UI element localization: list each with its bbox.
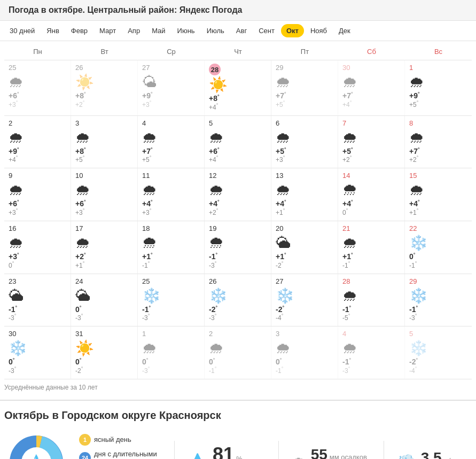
temp-high: +4° xyxy=(276,199,335,208)
day-cell-6[interactable]: 6🌧+5°+3° xyxy=(271,116,338,168)
day-cell-5[interactable]: 5❄️-2°-4° xyxy=(405,326,472,379)
day-cell-20[interactable]: 20🌥+1°-2° xyxy=(271,221,338,274)
day-cell-7[interactable]: 7🌧+5°+2° xyxy=(338,116,405,168)
day-cell-13[interactable]: 13🌧+4°+1° xyxy=(271,168,338,221)
weather-icon: ❄️ xyxy=(9,341,68,356)
wind-value: 3,5 xyxy=(421,449,442,459)
day-cell-23[interactable]: 23🌥-1°-3° xyxy=(4,274,71,326)
day-cell-28[interactable]: 28☀️+8°+4° xyxy=(205,60,271,115)
day-cell-14[interactable]: 14🌨+4°0° xyxy=(338,168,405,221)
day-number: 30 xyxy=(342,64,350,72)
nav-item-dec[interactable]: Дек xyxy=(333,24,356,37)
day-number: 27 xyxy=(276,277,283,285)
day-cell-15[interactable]: 15🌧+4°+1° xyxy=(405,168,472,221)
day-cell-26[interactable]: 26❄️-2°-3° xyxy=(205,274,271,326)
day-cell-11[interactable]: 11🌧+4°+3° xyxy=(138,168,205,221)
temp-high: -1° xyxy=(409,305,470,314)
temp-low: +2° xyxy=(75,100,135,108)
weekday-Сб: Сб xyxy=(338,45,405,58)
temp-low: +4° xyxy=(9,155,68,164)
temp-high: +7° xyxy=(409,146,470,155)
day-cell-29[interactable]: 29🌧+7°+5° xyxy=(271,60,338,115)
day-cell-16[interactable]: 16🌧+3°0° xyxy=(4,221,71,274)
day-cell-18[interactable]: 18🌨+1°-1° xyxy=(138,221,205,274)
day-cell-25[interactable]: 25🌧+6°+3° xyxy=(4,60,71,115)
nav-item-may[interactable]: Май xyxy=(146,24,170,37)
week-row-0: 25🌧+6°+3°26☀️+8°+2°27🌤+9°+3°28☀️+8°+4°29… xyxy=(4,60,472,116)
weekday-Ср: Ср xyxy=(138,45,205,58)
day-cell-3[interactable]: 3🌧0°-1° xyxy=(271,326,338,379)
day-cell-9[interactable]: 9🌧+6°+3° xyxy=(4,168,71,221)
day-cell-31[interactable]: 31☀️0°-2° xyxy=(71,326,138,379)
nav-item-nov[interactable]: Нояб xyxy=(305,24,332,37)
nav-item-aug[interactable]: Авг xyxy=(231,24,252,37)
nav-item-sep[interactable]: Сент xyxy=(253,24,280,37)
weather-icon: ❄️ xyxy=(409,289,470,304)
temp-low: 0° xyxy=(342,208,402,216)
nav-item-feb[interactable]: Февр xyxy=(66,24,93,37)
weather-icon: 🌧 xyxy=(342,130,402,145)
nav-item-jan[interactable]: Янв xyxy=(41,24,64,37)
day-cell-30[interactable]: 30🌧+7°+4° xyxy=(338,60,405,115)
nav-item-jun[interactable]: Июнь xyxy=(172,24,200,37)
day-cell-1[interactable]: 1🌧+9°+5° xyxy=(405,60,472,115)
temp-high: +7° xyxy=(342,91,402,100)
day-cell-29[interactable]: 29❄️-1°-3° xyxy=(405,274,472,326)
day-cell-25[interactable]: 25❄️-1°-3° xyxy=(138,274,205,326)
temp-high: -2° xyxy=(276,305,335,314)
temp-low: +3° xyxy=(9,100,68,108)
day-cell-30[interactable]: 30❄️0°-3° xyxy=(4,326,71,379)
temp-high: +8° xyxy=(75,91,135,100)
temp-low: +3° xyxy=(9,208,68,216)
nav-item-30days[interactable]: 30 дней xyxy=(4,24,40,37)
day-cell-27[interactable]: 27🌤+9°+3° xyxy=(138,60,205,115)
temp-low: +4° xyxy=(342,100,402,108)
weather-icon: 🌧 xyxy=(9,183,68,198)
day-cell-4[interactable]: 4🌧-1°-3° xyxy=(338,326,405,379)
day-cell-8[interactable]: 8🌧+7°+2° xyxy=(405,116,472,168)
temp-low: -3° xyxy=(9,313,68,322)
day-cell-12[interactable]: 12🌧+4°+2° xyxy=(205,168,271,221)
nav-item-oct[interactable]: Окт xyxy=(281,24,304,37)
weather-icon: ☀️ xyxy=(75,341,135,356)
day-number: 12 xyxy=(209,172,216,180)
day-cell-3[interactable]: 3🌧+8°+5° xyxy=(71,116,138,168)
legend-item: 24дня с длительными осадками xyxy=(79,450,158,459)
day-cell-10[interactable]: 10🌧+6°+3° xyxy=(71,168,138,221)
day-cell-26[interactable]: 26☀️+8°+2° xyxy=(71,60,138,115)
day-cell-27[interactable]: 27❄️-2°-4° xyxy=(271,274,338,326)
day-cell-22[interactable]: 22❄️0°-1° xyxy=(405,221,472,274)
nav-item-mar[interactable]: Март xyxy=(94,24,121,37)
nav-item-apr[interactable]: Апр xyxy=(122,24,145,37)
page-title: Погода в октябре. Центральный район: Янд… xyxy=(0,0,476,21)
day-number: 3 xyxy=(276,330,279,338)
temp-low: -4° xyxy=(409,366,470,375)
day-cell-2[interactable]: 2🌧0°-1° xyxy=(205,326,271,379)
temp-low: -3° xyxy=(142,366,202,375)
temp-high: +6° xyxy=(9,91,68,100)
day-cell-1[interactable]: 1🌧0°-3° xyxy=(138,326,205,379)
day-cell-28[interactable]: 28🌧-1°-5° xyxy=(338,274,405,326)
week-row-1: 2🌧+9°+4°3🌧+8°+5°4🌧+7°+5°5🌧+6°+4°6🌧+5°+3°… xyxy=(4,116,472,169)
day-cell-21[interactable]: 21🌧+1°-1° xyxy=(338,221,405,274)
temp-high: +6° xyxy=(9,199,68,208)
day-cell-19[interactable]: 19🌨-1°-3° xyxy=(205,221,271,274)
nav-item-jul[interactable]: Июль xyxy=(201,24,230,37)
weather-icon: 🌧 xyxy=(142,183,202,198)
temp-high: +1° xyxy=(342,252,402,261)
temp-low: -2° xyxy=(75,366,135,375)
temp-high: -1° xyxy=(209,252,269,261)
wind-unit: м/с xyxy=(444,456,454,459)
day-number: 8 xyxy=(409,119,413,127)
humidity-icon: 💧 xyxy=(188,453,207,459)
legend-label: ясный день xyxy=(94,435,131,444)
day-cell-5[interactable]: 5🌧+6°+4° xyxy=(205,116,271,168)
temp-low: -1° xyxy=(276,366,335,375)
day-cell-4[interactable]: 4🌧+7°+5° xyxy=(138,116,205,168)
day-cell-17[interactable]: 17🌧+2°+1° xyxy=(71,221,138,274)
temp-low: -3° xyxy=(9,366,68,375)
day-cell-24[interactable]: 24🌥0°-3° xyxy=(71,274,138,326)
day-cell-2[interactable]: 2🌧+9°+4° xyxy=(4,116,71,168)
day-number: 25 xyxy=(142,277,150,285)
weather-icon: 🌧 xyxy=(209,341,269,356)
